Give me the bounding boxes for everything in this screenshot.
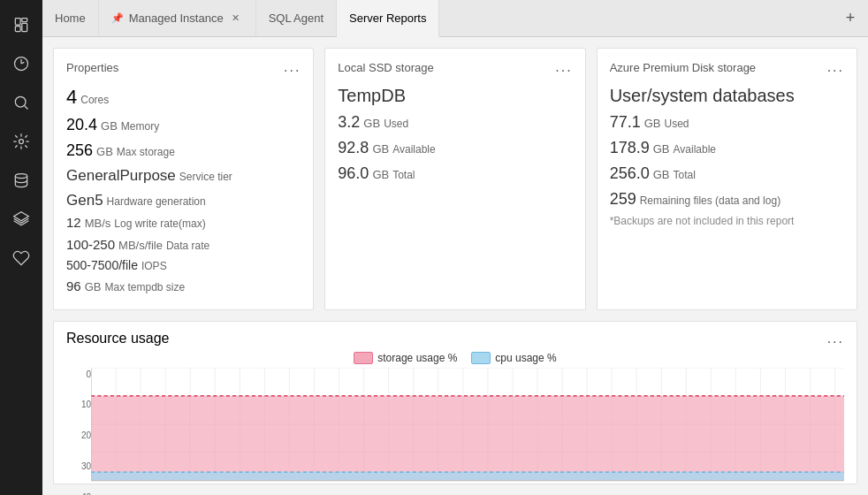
main-area: Home 📌 Managed Instance ✕ SQL Agent Serv… — [42, 0, 868, 495]
legend-cpu-box — [471, 352, 491, 364]
heart-icon[interactable] — [4, 240, 39, 276]
pin-icon: 📌 — [111, 12, 124, 24]
azure-disk-note: *Backups are not included in this report — [610, 215, 844, 227]
cards-row: Properties ... 4 Cores 20.4 GB Memory 25… — [53, 48, 857, 310]
legend-cpu-label: cpu usage % — [495, 352, 556, 364]
svg-point-8 — [15, 174, 27, 179]
local-ssd-subtitle: TempDB — [338, 82, 572, 109]
prop-tempdb: 96 GB Max tempdb size — [66, 277, 301, 297]
tab-bar: Home 📌 Managed Instance ✕ SQL Agent Serv… — [42, 0, 868, 37]
pages-icon[interactable] — [4, 7, 39, 42]
tab-add-icon: + — [846, 9, 856, 27]
local-ssd-used: 3.2 GB Used — [338, 110, 572, 134]
tab-home-label: Home — [55, 11, 86, 25]
local-ssd-card: Local SSD storage ... TempDB 3.2 GB Used… — [324, 48, 585, 310]
local-ssd-total: 96.0 GB Total — [338, 162, 572, 186]
prop-tier: GeneralPurpose Service tier — [66, 164, 301, 187]
azure-disk-used: 77.1 GB Used — [610, 110, 844, 134]
y-axis-labels: 40 30 20 10 0 — [66, 368, 91, 496]
properties-title: Properties — [66, 61, 118, 74]
properties-card: Properties ... 4 Cores 20.4 GB Memory 25… — [53, 48, 314, 310]
tab-add-button[interactable]: + — [833, 0, 868, 36]
layers-icon[interactable] — [4, 202, 39, 237]
properties-menu[interactable]: ... — [284, 59, 301, 75]
prop-iops: 500-7500/file IOPS — [66, 256, 301, 275]
local-ssd-title: Local SSD storage — [338, 61, 433, 74]
svg-point-5 — [15, 96, 26, 107]
tab-spacer — [439, 0, 833, 36]
chart-plot — [91, 368, 844, 496]
chart-header: Resource usage ... — [66, 331, 844, 346]
azure-disk-subtitle: User/system databases — [610, 82, 844, 109]
content-area: Properties ... 4 Cores 20.4 GB Memory 25… — [42, 37, 868, 495]
local-ssd-content: TempDB 3.2 GB Used 92.8 GB Available 96.… — [338, 82, 572, 186]
legend-storage-box — [354, 352, 373, 364]
prop-gen: Gen5 Hardware generation — [66, 189, 301, 212]
azure-disk-card: Azure Premium Disk storage ... User/syst… — [597, 48, 857, 310]
dashboard-icon[interactable] — [4, 46, 39, 81]
tab-sqlagent-label: SQL Agent — [269, 11, 324, 25]
prop-cores: 4 Cores — [66, 82, 301, 111]
tab-managed-label: Managed Instance — [129, 11, 224, 25]
prop-logwrite: 12 MB/s Log write rate(max) — [66, 213, 301, 233]
prop-datarate: 100-250 MB/s/file Data rate — [66, 235, 301, 255]
local-ssd-header: Local SSD storage ... — [338, 59, 572, 75]
azure-disk-title: Azure Premium Disk storage — [610, 61, 756, 74]
azure-disk-menu[interactable]: ... — [827, 59, 844, 75]
chart-menu[interactable]: ... — [827, 331, 844, 346]
database-icon[interactable] — [4, 163, 39, 198]
chart-area: 40 30 20 10 0 — [66, 368, 844, 477]
properties-content: 4 Cores 20.4 GB Memory 256 GB Max storag… — [66, 82, 301, 297]
svg-rect-3 — [22, 23, 27, 31]
svg-rect-0 — [15, 19, 20, 26]
svg-rect-1 — [15, 27, 20, 32]
svg-rect-47 — [91, 472, 844, 481]
tab-reports-label: Server Reports — [349, 11, 426, 25]
svg-rect-2 — [22, 19, 27, 22]
azure-disk-avail: 178.9 GB Available — [610, 136, 844, 160]
tab-managed[interactable]: 📌 Managed Instance ✕ — [99, 0, 256, 36]
azure-disk-total: 256.0 GB Total — [610, 162, 844, 186]
tab-home[interactable]: Home — [42, 0, 99, 36]
azure-disk-header: Azure Premium Disk storage ... — [610, 59, 844, 75]
svg-rect-45 — [91, 395, 844, 480]
chart-title: Resource usage — [66, 331, 170, 346]
tab-sqlagent[interactable]: SQL Agent — [256, 0, 337, 36]
tab-managed-close[interactable]: ✕ — [229, 11, 243, 26]
svg-line-6 — [25, 106, 28, 110]
prop-storage: 256 GB Max storage — [66, 139, 301, 163]
azure-disk-content: User/system databases 77.1 GB Used 178.9… — [610, 82, 844, 227]
resource-usage-card: Resource usage ... storage usage % cpu u… — [53, 321, 857, 485]
legend-storage: storage usage % — [354, 352, 457, 364]
chart-svg — [91, 368, 844, 496]
chart-svg-wrap: 40 30 20 10 0 — [66, 368, 844, 496]
svg-point-7 — [19, 140, 24, 144]
legend-cpu: cpu usage % — [471, 352, 556, 364]
search-icon[interactable] — [4, 85, 39, 120]
chart-legend: storage usage % cpu usage % — [66, 352, 844, 364]
sidebar — [0, 0, 42, 495]
local-ssd-avail: 92.8 GB Available — [338, 136, 572, 160]
tab-reports[interactable]: Server Reports — [337, 0, 439, 37]
properties-header: Properties ... — [66, 59, 301, 75]
legend-storage-label: storage usage % — [377, 352, 457, 364]
settings-icon[interactable] — [4, 124, 39, 159]
azure-disk-files: 259 Remaining files (data and log) — [610, 187, 844, 211]
prop-memory: 20.4 GB Memory — [66, 113, 301, 137]
local-ssd-menu[interactable]: ... — [555, 59, 572, 75]
